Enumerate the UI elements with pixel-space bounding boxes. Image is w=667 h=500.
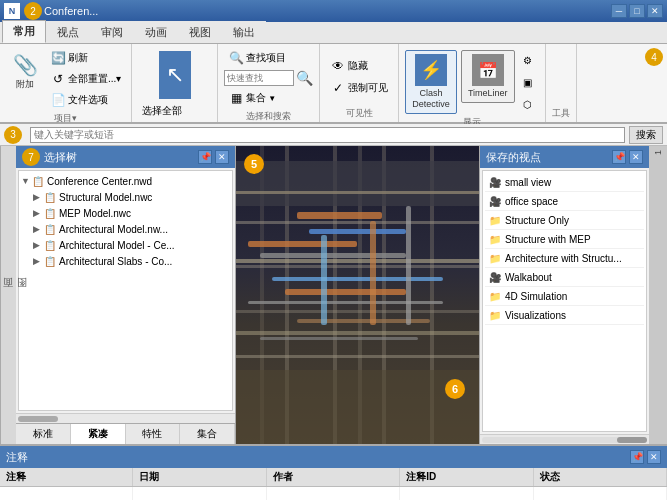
- ribbon-tabs: 常用 视点 审阅 动画 视图 输出: [0, 22, 667, 44]
- time-liner-label: TimeLiner: [468, 88, 508, 99]
- nwc-slabs-icon: 📋: [43, 254, 57, 268]
- ceiling-beam: [236, 191, 479, 194]
- tree-tab-standard[interactable]: 标准: [16, 424, 71, 444]
- comment-row-empty-1: [0, 487, 667, 500]
- comments-header: 注释 📌 ✕: [0, 446, 667, 468]
- view-icon-eye: 🎥: [488, 175, 502, 189]
- set-button[interactable]: ▦ 集合 ▼: [224, 88, 313, 108]
- views-scrollbar[interactable]: [480, 434, 649, 444]
- set-icon: ▦: [228, 90, 244, 106]
- viewport[interactable]: 5 6: [236, 146, 479, 444]
- clash-detective-icon: ⚡: [415, 54, 447, 86]
- view-icon-folder-3: 📁: [488, 251, 502, 265]
- views-list[interactable]: 🎥 small view 🎥 office space 📁 Structure …: [482, 170, 647, 432]
- maximize-button[interactable]: □: [629, 4, 645, 18]
- extra-btn-3[interactable]: ⬡: [519, 94, 539, 114]
- tree-item-mep[interactable]: ▶ 📋 MEP Model.nwc: [33, 205, 230, 221]
- view-item-structure-only[interactable]: 📁 Structure Only: [485, 211, 644, 230]
- extra-btn-2[interactable]: ▣: [519, 72, 539, 92]
- select-mode-button[interactable]: ↖: [154, 48, 196, 102]
- tree-scrollbar[interactable]: [16, 413, 235, 423]
- title-bar: N 2 Conferen... ─ □ ✕: [0, 0, 667, 22]
- vertical-pipe-2: [370, 221, 376, 325]
- app-icon: N: [4, 3, 20, 19]
- view-icon-eye-2: 🎥: [488, 194, 502, 208]
- col-date: 日期: [133, 468, 266, 486]
- tab-animation[interactable]: 动画: [134, 21, 178, 43]
- title-num-badge: 2: [24, 2, 42, 20]
- tree-close-button[interactable]: ✕: [215, 150, 229, 164]
- view-item-arch-struct[interactable]: 📁 Architecture with Structu...: [485, 249, 644, 268]
- tree-scroll-thumb: [18, 416, 58, 422]
- view-item-walkabout[interactable]: 🎥 Walkabout: [485, 268, 644, 287]
- view-item-4d-sim[interactable]: 📁 4D Simulation: [485, 287, 644, 306]
- quick-search-icon[interactable]: 🔍: [296, 70, 313, 86]
- view-item-small[interactable]: 🎥 small view: [485, 173, 644, 192]
- tree-item-structural[interactable]: ▶ 📋 Structural Model.nwc: [33, 189, 230, 205]
- set-dropdown-icon[interactable]: ▼: [268, 94, 276, 103]
- tree-item-arch-slabs[interactable]: ▶ 📋 Architectural Slabs - Co...: [33, 253, 230, 269]
- tree-tab-compact[interactable]: 紧凑: [71, 424, 126, 444]
- tree-item-arch[interactable]: ▶ 📋 Architectural Model.nw...: [33, 221, 230, 237]
- tree-expand-icon-4: ▶: [33, 224, 43, 234]
- refresh-icon: 🔄: [50, 50, 66, 66]
- far-right-strip: 1: [649, 146, 667, 444]
- comments-table: 注释 日期 作者 注释ID 状态: [0, 468, 667, 500]
- ribbon-group-find: 🔍 查找项目 🔍 ▦ 集合 ▼ 选择和搜索: [218, 44, 320, 122]
- comments-pin-button[interactable]: 📌: [630, 450, 644, 464]
- ceiling: [236, 161, 479, 206]
- selection-tree-header: 7 选择树 📌 ✕: [16, 146, 235, 168]
- ribbon: 📎 附加 🔄 刷新 ↺ 全部重置...▾ 📄 文件选项 项目▾: [0, 44, 667, 124]
- nwc-arch-ce-icon: 📋: [43, 238, 57, 252]
- tree-item-arch-ce[interactable]: ▶ 📋 Architectural Model - Ce...: [33, 237, 230, 253]
- file-options-button[interactable]: 📄 文件选项: [46, 90, 125, 110]
- comments-body: [0, 487, 667, 500]
- hide-button[interactable]: 👁 隐藏: [326, 56, 392, 76]
- refresh-button[interactable]: 🔄 刷新: [46, 48, 125, 68]
- tree-tab-sets[interactable]: 集合: [180, 424, 235, 444]
- find-items-button[interactable]: 🔍 查找项目: [224, 48, 313, 68]
- title-filename: Conferen...: [44, 5, 98, 17]
- file-options-icon: 📄: [50, 92, 66, 108]
- view-icon-folder-4: 📁: [488, 289, 502, 303]
- select-all-button[interactable]: 选择全部: [138, 102, 211, 120]
- tree-item-conference[interactable]: ▼ 📋 Conference Center.nwd: [21, 173, 230, 189]
- search-input[interactable]: [30, 127, 625, 143]
- extra-btn-1[interactable]: ⚙: [519, 50, 539, 70]
- ribbon-group-visibility: 👁 隐藏 ✓ 强制可见 可见性: [320, 44, 399, 122]
- minimize-button[interactable]: ─: [611, 4, 627, 18]
- tree-pin-button[interactable]: 📌: [198, 150, 212, 164]
- floor: [236, 370, 479, 445]
- ribbon-group-select: ↖ 选择全部 选择相同项目▾ 🌳 选择树 选择: [132, 44, 218, 122]
- tree-num-badge: 7: [22, 148, 40, 166]
- tab-view[interactable]: 视图: [178, 21, 222, 43]
- search-button[interactable]: 搜索: [629, 126, 663, 144]
- view-item-structure-mep[interactable]: 📁 Structure with MEP: [485, 230, 644, 249]
- clash-detective-button[interactable]: ⚡ ClashDetective: [405, 50, 457, 114]
- views-pin-button[interactable]: 📌: [612, 150, 626, 164]
- attach-button[interactable]: 📎 附加: [6, 48, 44, 93]
- tab-review[interactable]: 审阅: [90, 21, 134, 43]
- view-item-visualizations[interactable]: 📁 Visualizations: [485, 306, 644, 325]
- force-visible-icon: ✓: [330, 80, 346, 96]
- tab-viewpoint[interactable]: 视点: [46, 21, 90, 43]
- view-item-office[interactable]: 🎥 office space: [485, 192, 644, 211]
- nwd-file-icon: 📋: [31, 174, 45, 188]
- tab-home[interactable]: 常用: [2, 20, 46, 43]
- views-close-button[interactable]: ✕: [629, 150, 643, 164]
- view-icon-folder-2: 📁: [488, 232, 502, 246]
- find-items-label: 选择和搜索: [246, 108, 291, 123]
- view-icon-folder-5: 📁: [488, 308, 502, 322]
- quick-search-input[interactable]: [224, 70, 294, 86]
- tab-output[interactable]: 输出: [222, 21, 266, 43]
- time-liner-button[interactable]: 📅 TimeLiner: [461, 50, 515, 103]
- comments-close-button[interactable]: ✕: [647, 450, 661, 464]
- full-refresh-button[interactable]: ↺ 全部重置...▾: [46, 69, 125, 89]
- close-button[interactable]: ✕: [647, 4, 663, 18]
- col-status: 状态: [534, 468, 667, 486]
- full-refresh-icon: ↺: [50, 71, 66, 87]
- tree-tab-properties[interactable]: 特性: [126, 424, 181, 444]
- force-visible-button[interactable]: ✓ 强制可见: [326, 78, 392, 98]
- tree-area[interactable]: ▼ 📋 Conference Center.nwd ▶ 📋 Structural…: [18, 170, 233, 411]
- tree-tabs: 标准 紧凑 特性 集合: [16, 423, 235, 444]
